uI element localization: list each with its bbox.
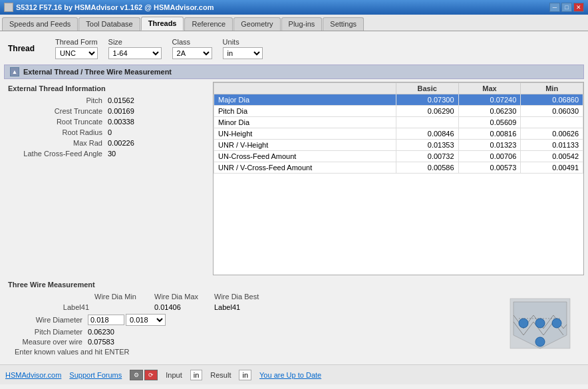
label41-label: Label41 [8,303,94,311]
table-wrapper: Basic Max Min Major Dia 0.07300 0.07240 … [214,82,583,275]
main-content: Thread Thread Form UNC UNF UNEF UN Size … [0,31,588,364]
row-label: Major Dia [214,94,396,106]
info-row-angle: Lathe Cross-Feed Angle 30 [8,150,206,158]
col-header-basic: Basic [396,83,458,94]
col-header-name [214,83,396,94]
wire-section: Three Wire Measurement Wire Dia Min Wire… [4,278,584,360]
wire-diameter-input[interactable] [88,315,124,325]
row-basic: 0.07300 [396,94,458,106]
table-row[interactable]: Minor Dia 0.05609 [214,117,583,128]
row-basic: 0.06290 [396,106,458,117]
max-rad-value: 0.00226 [108,139,134,147]
root-radius-label: Root Radius [8,128,108,136]
right-panel: Basic Max Min Major Dia 0.07300 0.07240 … [213,82,584,275]
info-row-root-radius: Root Radius 0 [8,128,206,136]
status-bar: HSMAdvisor.com Support Forums ⚙ ⟳ Input … [0,364,588,384]
class-label: Class [172,38,212,46]
wire-diagram-container [500,293,580,358]
thread-form-select[interactable]: UNC UNF UNEF UN [55,47,98,59]
pitch-diameter-label: Pitch Diameter [8,328,88,336]
thread-form-label: Thread Form [55,38,98,46]
row-min: 0.06860 [521,94,583,106]
maximize-button[interactable]: □ [561,3,572,12]
enter-known-row: Enter known values and hit ENTER [8,348,487,356]
update-status-link[interactable]: You are Up to Date [259,371,321,379]
table-row[interactable]: Major Dia 0.07300 0.07240 0.06860 [214,94,583,106]
svg-point-3 [535,319,545,328]
pitch-value: 0.01562 [108,96,134,104]
row-basic: 0.00846 [396,128,458,140]
class-select[interactable]: 2A 1A 3A 2B [172,47,212,59]
tab-settings[interactable]: Settings [323,17,364,31]
units-label: Units [223,38,263,46]
size-select[interactable]: 1-64 2-56 4-40 [108,47,162,59]
class-group: Class 2A 1A 3A 2B [172,38,212,59]
spacer [8,293,94,301]
wire-diameter-dropdown[interactable]: 0.018 [126,314,166,326]
units-select[interactable]: in mm [223,47,263,59]
row-min [521,117,583,128]
row-max: 0.06230 [458,106,521,117]
row-max: 0.01323 [458,140,521,151]
measure-over-wire-value: 0.07583 [88,338,114,346]
size-label: Size [108,38,162,46]
tab-tooldatabase[interactable]: Tool Database [78,17,140,31]
table-row[interactable]: UNR / V-Height 0.01353 0.01323 0.01133 [214,140,583,151]
row-max: 0.05609 [458,117,521,128]
measure-over-wire-row: Measure over wire 0.07583 [8,338,487,346]
row-max: 0.00573 [458,162,521,174]
title-bar: S5312 F57.16 by HSMAdvisor v1.162 @ HSMA… [0,0,588,15]
wire-dia-min-header: Wire Dia Min [94,293,154,301]
table-row[interactable]: Pitch Dia 0.06290 0.06230 0.06030 [214,106,583,117]
wire-diameter-row: Wire Diameter 0.018 [8,314,487,326]
row-basic [396,117,458,128]
row-label: UN-Cross-Feed Amount [214,151,396,162]
table-row[interactable]: UN-Height 0.00846 0.00816 0.00626 [214,128,583,140]
settings-icon[interactable]: ⚙ [130,370,143,380]
wire-dia-best-value: Label41 [214,303,274,311]
row-label: Pitch Dia [214,106,396,117]
result-value: in [239,370,251,380]
table-row[interactable]: UNR / V-Cross-Feed Amount 0.00586 0.0057… [214,162,583,174]
status-icons: ⚙ ⟳ [130,370,158,380]
support-forums-link[interactable]: Support Forums [69,371,122,379]
minimize-button[interactable]: ─ [549,3,560,12]
result-label: Result [210,371,231,379]
input-value: in [190,370,203,380]
panels-row: External Thread Information Pitch 0.0156… [4,82,584,275]
wire-values-row: Label41 0.01406 Label41 [8,303,487,311]
svg-point-5 [535,337,545,346]
info-row-root-trunc: Root Truncate 0.00338 [8,118,206,126]
window-controls: ─ □ ✕ [549,3,584,12]
row-min: 0.06030 [521,106,583,117]
left-panel: External Thread Information Pitch 0.0156… [4,82,210,275]
tab-reference[interactable]: Reference [184,17,233,31]
update-icon[interactable]: ⟳ [144,370,158,380]
wire-dia-best-header: Wire Dia Best [214,293,274,301]
root-radius-value: 0 [108,128,112,136]
units-group: Units in mm [223,38,263,59]
info-row-crest: Crest Truncate 0.00169 [8,107,206,115]
info-row-pitch: Pitch 0.01562 [8,96,206,104]
row-label: UNR / V-Cross-Feed Amount [214,162,396,174]
table-row[interactable]: UN-Cross-Feed Amount 0.00732 0.00706 0.0… [214,151,583,162]
wire-dia-max-value: 0.01406 [154,303,214,311]
wire-left: Wire Dia Min Wire Dia Max Wire Dia Best … [8,293,487,358]
hsm-advisor-link[interactable]: HSMAdvisor.com [5,371,61,379]
tab-speeds[interactable]: Speeds and Feeds [2,17,78,31]
row-min: 0.00626 [521,128,583,140]
angle-label: Lathe Cross-Feed Angle [8,150,108,158]
row-basic: 0.00732 [396,151,458,162]
tab-bar: Speeds and Feeds Tool Database Threads R… [0,15,588,31]
enter-known-label: Enter known values and hit ENTER [8,348,129,356]
thread-row: Thread Thread Form UNC UNF UNEF UN Size … [4,35,584,62]
crest-label: Crest Truncate [8,107,108,115]
tab-plugins[interactable]: Plug-ins [281,17,323,31]
panel-title: External Thread Information [8,84,206,92]
close-button[interactable]: ✕ [573,3,584,12]
measure-over-wire-label: Measure over wire [8,338,88,346]
app-icon [4,3,13,12]
expand-button[interactable]: ▲ [10,67,19,76]
tab-geometry[interactable]: Geometry [233,17,280,31]
tab-threads[interactable]: Threads [141,17,184,31]
